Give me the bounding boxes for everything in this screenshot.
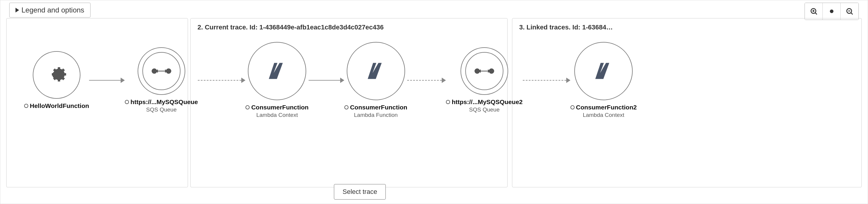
zoom-in-button[interactable] <box>805 3 823 20</box>
connector-2-3 <box>198 78 245 83</box>
node-circle-2 <box>137 47 185 95</box>
svg-point-9 <box>166 68 171 74</box>
node-circle-6 <box>574 42 633 100</box>
node-6-status <box>570 105 575 109</box>
connector-3-4 <box>309 78 344 83</box>
node-4-sub: Lambda Function <box>354 112 398 118</box>
lambda-icon-3 <box>589 56 618 86</box>
node-3-sub: Lambda Context <box>256 112 298 118</box>
node-consumerfunction-2: ConsumerFunction Lambda Function <box>344 42 407 118</box>
node-6-name: ConsumerFunction2 <box>576 104 637 111</box>
svg-marker-17 <box>478 69 481 73</box>
conn-arrow-1 <box>121 78 125 83</box>
svg-point-4 <box>830 9 833 13</box>
lambda-icon-2 <box>361 56 391 86</box>
conn-arrow-3 <box>340 78 344 83</box>
connector-5-6 <box>523 78 570 83</box>
node-circle-4 <box>347 42 405 100</box>
legend-panel[interactable]: Legend and options <box>9 3 91 18</box>
svg-point-14 <box>489 68 494 74</box>
svg-marker-16 <box>488 69 490 73</box>
conn-arrow-4 <box>442 78 446 83</box>
main-container: Legend and options <box>0 0 868 204</box>
node-1-label-row: HelloWorldFunction <box>24 102 89 109</box>
svg-line-7 <box>851 13 853 14</box>
node-mysqsqueue: https://...MySQSQueue SQS Queue <box>125 47 198 113</box>
connector-1-2 <box>89 78 125 83</box>
node-5-status <box>446 100 450 104</box>
svg-marker-11 <box>165 69 167 73</box>
zoom-controls <box>805 3 859 20</box>
node-4-status <box>344 105 348 109</box>
node-circle-1 <box>33 51 81 99</box>
svg-line-3 <box>815 13 817 14</box>
node-3-name: ConsumerFunction <box>251 104 309 111</box>
conn-dashed-1 <box>198 80 241 80</box>
node-2-status <box>125 100 129 104</box>
legend-label: Legend and options <box>22 6 84 14</box>
node-5-label-row: https://...MySQSQueue2 <box>446 98 523 106</box>
legend-triangle <box>16 8 19 12</box>
node-circle-5 <box>461 47 508 95</box>
node-1-status <box>24 104 28 108</box>
zoom-out-button[interactable] <box>841 3 859 20</box>
node-3-status <box>245 105 250 109</box>
nodes-row: HelloWorldFunction https:// <box>0 42 868 118</box>
lambda-icon-1 <box>262 56 292 86</box>
sqs-icon <box>151 65 172 77</box>
node-2-label-row: https://...MySQSQueue <box>125 98 198 106</box>
node-4-name: ConsumerFunction <box>350 104 407 111</box>
node-6-sub: Lambda Context <box>583 112 624 118</box>
node-helloworldfunction: HelloWorldFunction <box>24 51 89 109</box>
svg-point-13 <box>474 68 480 74</box>
conn-line-2 <box>309 80 340 80</box>
node-3-label-row: ConsumerFunction <box>245 104 309 111</box>
zoom-reset-button[interactable] <box>823 3 841 20</box>
svg-marker-12 <box>155 69 158 73</box>
node-2-sub: SQS Queue <box>146 106 177 113</box>
node-circle-3 <box>248 42 306 100</box>
node-mysqsqueue2: https://...MySQSQueue2 SQS Queue <box>446 47 523 113</box>
node-consumerfunction2: ConsumerFunction2 Lambda Context <box>570 42 637 118</box>
select-trace-button[interactable]: Select trace <box>334 184 386 200</box>
svg-point-8 <box>152 68 157 74</box>
conn-line-1 <box>89 80 121 80</box>
gear-icon <box>45 63 68 87</box>
node-1-name: HelloWorldFunction <box>30 102 89 109</box>
conn-dashed-2 <box>407 80 442 80</box>
conn-dashed-3 <box>523 80 566 80</box>
conn-arrow-2 <box>241 78 245 83</box>
section-3-label: 3. Linked traces. Id: 1-63684… <box>518 24 614 31</box>
node-2-name: https://...MySQSQueue <box>130 98 198 106</box>
sqs-icon-2 <box>474 65 495 77</box>
conn-arrow-5 <box>566 78 570 83</box>
node-consumerfunction-1: ConsumerFunction Lambda Context <box>245 42 309 118</box>
node-5-sub: SQS Queue <box>469 106 499 113</box>
node-5-name: https://...MySQSQueue2 <box>452 98 523 106</box>
section-2-label: 2. Current trace. Id: 1-4368449e-afb1eac… <box>196 24 385 31</box>
connector-4-5 <box>407 78 446 83</box>
node-6-label-row: ConsumerFunction2 <box>570 104 637 111</box>
node-4-label-row: ConsumerFunction <box>344 104 407 111</box>
